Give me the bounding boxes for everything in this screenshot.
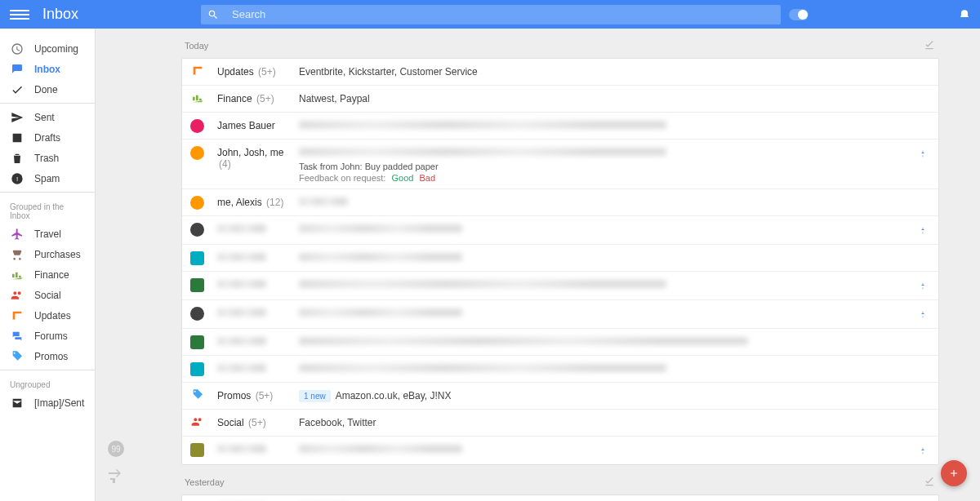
menu-button[interactable] (10, 5, 29, 24)
subject-text: Amazon.co.uk, eBay, J!NX (336, 390, 452, 401)
pin-column[interactable] (919, 361, 930, 363)
pin-column[interactable] (919, 306, 930, 322)
app-title: Inbox (42, 6, 78, 23)
forums-icon (10, 329, 24, 344)
message-row[interactable] (182, 329, 938, 356)
message-row[interactable] (182, 495, 938, 501)
message-row[interactable] (182, 437, 938, 464)
sidebar-item-updates[interactable]: Updates (0, 305, 95, 326)
avatar (190, 251, 204, 265)
message-card: Updates (5+)Eventbrite, Kickstarter, Cus… (181, 58, 939, 465)
sidebar-item-purchases[interactable]: Purchases (0, 244, 95, 264)
hangouts-chat-icon[interactable]: 99 (106, 439, 126, 459)
group-header: Yesterday (181, 465, 939, 494)
message-row[interactable]: me, Alexis (12) (182, 189, 938, 216)
sidebar-item-upcoming[interactable]: Upcoming (0, 38, 95, 59)
sender-name: Social (217, 417, 244, 428)
updates-icon (10, 308, 24, 323)
avatar (190, 278, 204, 292)
search-icon (207, 9, 219, 20)
message-row[interactable] (182, 245, 938, 272)
message-row[interactable]: Updates (5+)Eventbrite, Kickstarter, Cus… (182, 59, 938, 86)
message-row[interactable] (182, 356, 938, 383)
subject-redacted (299, 280, 666, 288)
compose-button[interactable] (941, 460, 967, 486)
subject-text: Natwest, Paypal (299, 93, 370, 104)
purchases-icon (10, 247, 24, 262)
feedback-good-link[interactable]: Good (391, 173, 413, 183)
avatar (190, 146, 204, 160)
sidebar-item-spam[interactable]: !Spam (0, 168, 95, 188)
sender-name: Updates (217, 66, 254, 78)
inbox-icon (10, 62, 24, 77)
sidebar-item--imap-sent[interactable]: [Imap]/Sent (0, 392, 95, 413)
message-row[interactable]: James Bauer (182, 113, 938, 140)
sweep-button[interactable] (923, 475, 936, 490)
pin-column[interactable] (919, 222, 930, 238)
message-row[interactable] (182, 272, 938, 300)
bundle-avatar (190, 65, 204, 79)
pin-icon (919, 309, 927, 319)
pin-column[interactable] (919, 118, 930, 120)
pin-column[interactable] (919, 250, 930, 252)
sidebar-item-trash[interactable]: Trash (0, 148, 95, 168)
pin-column[interactable] (919, 195, 930, 197)
sidebar-item-label: Upcoming (34, 43, 78, 55)
sidebar-section-grouped: Grouped in the Inbox (0, 196, 95, 224)
sidebar-item-done[interactable]: Done (0, 79, 95, 100)
notification-icon[interactable] (959, 9, 970, 20)
pin-toggle[interactable] (789, 9, 808, 20)
message-row[interactable]: Promos (5+)1 newAmazon.co.uk, eBay, J!NX (182, 383, 938, 410)
pin-column[interactable] (919, 388, 930, 390)
sweep-button[interactable] (923, 38, 936, 53)
avatar (190, 119, 204, 133)
sender-redacted (217, 224, 266, 233)
sidebar-item-promos[interactable]: Promos (0, 346, 95, 366)
sidebar-item-label: Inbox (34, 64, 60, 75)
sidebar-item-social[interactable]: Social (0, 285, 95, 305)
sidebar-item-finance[interactable]: Finance (0, 264, 95, 285)
pin-column[interactable] (919, 277, 930, 294)
thread-count: (4) (219, 158, 231, 170)
message-row[interactable] (182, 216, 938, 245)
sender-redacted (217, 445, 266, 453)
sidebar-item-label: Spam (34, 173, 60, 184)
social-icon (191, 415, 204, 432)
subject-redacted (299, 253, 462, 261)
clock-icon (10, 42, 24, 56)
sidebar-item-label: Travel (34, 228, 61, 240)
sender-redacted (217, 337, 266, 345)
sidebar-item-sent[interactable]: Sent (0, 107, 95, 127)
sidebar-item-forums[interactable]: Forums (0, 326, 95, 346)
finance-icon (10, 268, 24, 282)
search-input[interactable] (232, 8, 774, 20)
message-row[interactable]: Finance (5+)Natwest, Paypal (182, 86, 938, 113)
sidebar-item-drafts[interactable]: Drafts (0, 127, 95, 148)
avatar (190, 362, 204, 376)
sidebar-item-travel[interactable]: Travel (0, 224, 95, 244)
sidebar-item-label: Social (34, 290, 61, 301)
hangouts-exit-icon[interactable] (106, 467, 126, 486)
trash-icon (10, 151, 24, 166)
pin-column[interactable] (919, 335, 930, 336)
sidebar-item-inbox[interactable]: Inbox (0, 59, 95, 79)
feedback-bad-link[interactable]: Bad (419, 173, 435, 183)
sender-redacted (217, 308, 266, 317)
subject-redacted (299, 364, 666, 372)
search-box[interactable] (201, 5, 781, 24)
message-row[interactable]: Social (5+)Facebook, Twitter (182, 410, 938, 437)
sidebar-item-label: Promos (34, 351, 68, 362)
pin-icon (919, 446, 927, 455)
pin-column[interactable] (919, 145, 930, 162)
subject-redacted (299, 308, 462, 317)
thread-count: (5+) (258, 66, 276, 78)
pin-column[interactable] (919, 91, 930, 93)
pin-column[interactable] (919, 415, 930, 417)
message-row[interactable]: John, Josh, me (4)Task from John: Buy pa… (182, 140, 938, 189)
header: Inbox (0, 0, 980, 29)
subject-text: Facebook, Twitter (299, 417, 376, 428)
subject-redacted (299, 445, 462, 453)
pin-column[interactable] (919, 442, 930, 459)
message-row[interactable] (182, 300, 938, 329)
pin-column[interactable] (919, 64, 930, 66)
